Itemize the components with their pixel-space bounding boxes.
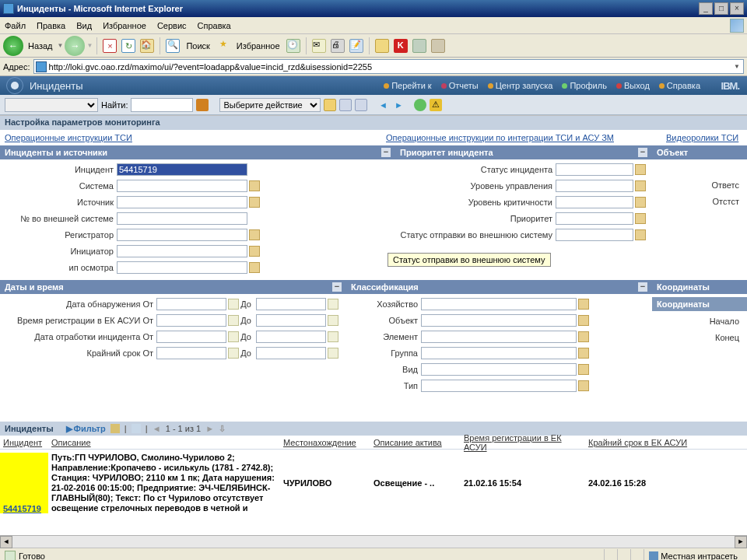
calendar-icon[interactable] [228, 299, 239, 310]
col-loc[interactable]: Местонахождение [280, 438, 370, 447]
lookup-icon[interactable] [635, 164, 646, 175]
col-asset[interactable]: Описание актива [370, 438, 461, 447]
tool-clear-icon[interactable] [355, 99, 367, 111]
input-group[interactable] [421, 347, 577, 359]
maximize-button[interactable]: □ [714, 2, 728, 15]
minimize-panel-icon[interactable]: − [332, 282, 342, 292]
link-tsi[interactable]: Операционные инструкции ТСИ [5, 133, 386, 142]
nav-goto[interactable]: Перейти к [384, 81, 431, 90]
lookup-icon[interactable] [249, 197, 260, 208]
forward-dropdown-icon[interactable]: ▼ [86, 42, 93, 49]
input-proc-to[interactable] [256, 331, 326, 343]
tool-next-icon[interactable]: ► [392, 99, 405, 111]
menu-edit[interactable]: Правка [37, 21, 65, 30]
lookup-icon[interactable] [635, 229, 646, 240]
input-source[interactable] [117, 196, 247, 208]
favorites-label[interactable]: Избранное [233, 41, 283, 51]
refresh-button[interactable]: ↻ [120, 37, 137, 54]
favorites-button[interactable]: ★ [215, 37, 232, 54]
menu-view[interactable]: Вид [76, 21, 92, 30]
grid-icon[interactable] [110, 424, 120, 433]
lookup-icon[interactable] [635, 180, 646, 191]
link-integration[interactable]: Операционные инструкции по интеграции ТС… [386, 133, 666, 142]
input-deadline-to[interactable] [256, 347, 326, 359]
input-status[interactable] [556, 163, 633, 176]
nav-exit[interactable]: Выход [616, 81, 650, 90]
search-button[interactable]: 🔍 [164, 37, 181, 54]
nav-help[interactable]: Справка [659, 81, 700, 90]
tool-warn-icon[interactable]: ⚠ [430, 99, 442, 111]
lookup-icon[interactable] [635, 197, 646, 208]
lookup-icon[interactable] [249, 262, 260, 273]
input-reg-from[interactable] [156, 314, 226, 327]
menu-favorites[interactable]: Избранное [103, 21, 146, 30]
nav-launch[interactable]: Центр запуска [488, 81, 553, 90]
scroll-right-icon[interactable]: ► [735, 536, 747, 548]
input-deadline-from[interactable] [156, 347, 226, 359]
lookup-icon[interactable] [578, 299, 589, 310]
input-priority[interactable] [556, 212, 633, 225]
input-element[interactable] [421, 331, 577, 343]
table-row[interactable]: 54415719 Путь:ГП ЧУРИЛОВО, Смолино-Чурил… [0, 450, 747, 516]
grid-download-icon[interactable]: ⇩ [219, 424, 226, 434]
calendar-icon[interactable] [328, 299, 338, 310]
calendar-icon[interactable] [328, 331, 338, 342]
lookup-icon[interactable] [249, 180, 260, 191]
lookup-icon[interactable] [578, 331, 589, 342]
folder-button[interactable] [374, 37, 391, 54]
horizontal-scrollbar[interactable]: ◄ ► [0, 535, 747, 548]
find-icon[interactable] [196, 99, 209, 111]
input-type[interactable] [421, 380, 577, 392]
calendar-icon[interactable] [328, 348, 338, 359]
input-crit[interactable] [556, 196, 633, 208]
input-proc-from[interactable] [156, 331, 226, 343]
input-system[interactable] [117, 180, 247, 192]
calendar-icon[interactable] [228, 315, 239, 326]
plugin2-icon[interactable] [430, 37, 447, 54]
scroll-left-icon[interactable]: ◄ [0, 536, 12, 548]
minimize-panel-icon[interactable]: − [381, 148, 391, 157]
menu-tools[interactable]: Сервис [157, 21, 187, 30]
grid-prev-icon[interactable]: ◄ [153, 424, 161, 433]
col-deadline[interactable]: Крайний срок в ЕК АСУИ [585, 438, 717, 447]
grid-icon[interactable] [132, 424, 141, 433]
input-detect-from[interactable] [156, 298, 226, 310]
input-registrar[interactable] [117, 229, 247, 241]
back-button[interactable]: ← [3, 36, 23, 56]
tool-prev-icon[interactable]: ◄ [377, 99, 389, 111]
input-reg-to[interactable] [256, 314, 326, 327]
col-regtime[interactable]: Время регистрации в ЕК АСУИ [461, 433, 585, 452]
input-detect-to[interactable] [256, 298, 326, 310]
tool-save-icon[interactable] [339, 99, 352, 111]
back-dropdown-icon[interactable]: ▼ [58, 42, 64, 49]
minimize-panel-icon[interactable]: − [638, 148, 647, 157]
input-incident[interactable] [117, 163, 247, 176]
address-dropdown-icon[interactable]: ▼ [732, 63, 742, 70]
input-object[interactable] [421, 314, 577, 327]
lookup-icon[interactable] [578, 364, 589, 375]
input-mgmt[interactable] [556, 180, 633, 192]
menu-file[interactable]: Файл [5, 21, 26, 30]
calendar-icon[interactable] [228, 348, 239, 359]
address-input[interactable] [49, 62, 733, 72]
input-extnum[interactable] [117, 212, 247, 225]
search-label[interactable]: Поиск [183, 41, 212, 51]
lookup-icon[interactable] [578, 315, 589, 326]
back-label[interactable]: Назад [25, 41, 56, 51]
row-incident-link[interactable]: 54415719 [3, 504, 41, 513]
calendar-icon[interactable] [228, 331, 239, 342]
link-video[interactable]: Видеоролики ТСИ [666, 133, 738, 142]
input-economy[interactable] [421, 298, 577, 310]
tool-new-icon[interactable] [324, 99, 336, 111]
stop-button[interactable]: × [101, 37, 118, 54]
home-button[interactable]: 🏠 [139, 37, 156, 54]
col-incident[interactable]: Инцидент [0, 438, 48, 447]
lookup-icon[interactable] [249, 229, 260, 240]
col-desc[interactable]: Описание [48, 438, 280, 447]
nav-reports[interactable]: Отчеты [441, 81, 479, 90]
minimize-button[interactable]: _ [699, 2, 713, 15]
lookup-icon[interactable] [578, 380, 589, 391]
print-button[interactable]: 🖨 [329, 37, 346, 54]
input-ipinsp[interactable] [117, 261, 247, 274]
plugin-icon[interactable] [411, 37, 428, 54]
